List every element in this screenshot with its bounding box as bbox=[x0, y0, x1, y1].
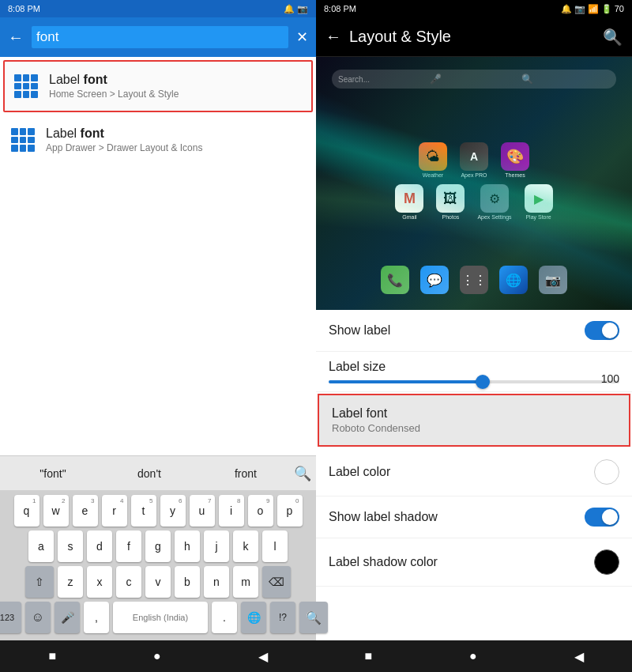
dock-messages: 💬 bbox=[420, 266, 449, 294]
keyboard-search-icon[interactable]: 🔍 bbox=[294, 465, 311, 482]
setting-label-color[interactable]: Label color bbox=[316, 448, 632, 496]
right-status-icons: 🔔 📷 📶 🔋 70 bbox=[561, 4, 624, 14]
key-o[interactable]: o9 bbox=[248, 495, 273, 527]
close-icon[interactable]: ✕ bbox=[296, 28, 308, 46]
search-results: Label font Home Screen > Layout & Style … bbox=[0, 57, 316, 455]
setting-label-font-text: Label font Roboto Condensed bbox=[332, 406, 616, 434]
key-row-4: ?123 ☺ 🎤 , English (India) . 🌐 !? 🔍 bbox=[2, 602, 314, 633]
left-back-button[interactable]: ← bbox=[8, 28, 24, 47]
key-return[interactable]: !? bbox=[270, 602, 295, 633]
setting-show-label-text: Show label bbox=[329, 323, 585, 338]
phone-preview: Search... 🎤 🔍 🌤 Weather A Apex PRO bbox=[316, 57, 632, 310]
label-color-circle[interactable] bbox=[594, 459, 619, 485]
toggle-thumb-show-label bbox=[602, 323, 618, 338]
slider-value: 100 bbox=[601, 372, 619, 385]
key-comma[interactable]: , bbox=[84, 602, 109, 633]
left-search-bar: ← ✕ bbox=[0, 17, 316, 57]
right-status-bar: 8:08 PM 🔔 📷 📶 🔋 70 bbox=[316, 0, 632, 17]
left-bottom-nav: ■ ● ◀ bbox=[0, 640, 316, 672]
setting-show-label-shadow[interactable]: Show label shadow bbox=[316, 496, 632, 538]
label-size-slider[interactable]: 100 bbox=[329, 380, 619, 383]
right-back-button[interactable]: ← bbox=[325, 28, 341, 46]
result-text-2: Label font App Drawer > Drawer Layout & … bbox=[46, 126, 202, 153]
right-search-icon[interactable]: 🔍 bbox=[603, 28, 623, 47]
right-time: 8:08 PM bbox=[324, 4, 356, 13]
right-nav-square[interactable]: ■ bbox=[364, 649, 372, 663]
key-t[interactable]: t5 bbox=[131, 495, 156, 527]
search-result-2[interactable]: Label font App Drawer > Drawer Layout & … bbox=[0, 115, 316, 164]
key-f[interactable]: f bbox=[116, 530, 141, 562]
key-shift[interactable]: ⇧ bbox=[25, 566, 54, 598]
key-s[interactable]: s bbox=[58, 530, 83, 562]
phone-preview-inner: Search... 🎤 🔍 🌤 Weather A Apex PRO bbox=[316, 57, 632, 310]
key-r[interactable]: r4 bbox=[102, 495, 127, 527]
setting-label-size: Label size 100 bbox=[316, 352, 632, 392]
key-g[interactable]: g bbox=[145, 530, 171, 562]
key-row-3: ⇧ z x c v b n m ⌫ bbox=[2, 566, 314, 598]
key-globe[interactable]: 🌐 bbox=[241, 602, 266, 633]
key-m[interactable]: m bbox=[233, 566, 258, 598]
left-nav-square[interactable]: ■ bbox=[48, 649, 56, 663]
key-mic[interactable]: 🎤 bbox=[55, 602, 80, 633]
setting-label-shadow-color-text: Label shadow color bbox=[329, 555, 594, 569]
key-j[interactable]: j bbox=[204, 530, 229, 562]
right-panel: 8:08 PM 🔔 📷 📶 🔋 70 ← Layout & Style 🔍 Se… bbox=[316, 0, 632, 672]
result-subtitle-2: App Drawer > Drawer Layout & Icons bbox=[46, 142, 202, 153]
left-status-bar: 8:08 PM 🔔 📷 bbox=[0, 0, 316, 17]
keyboard-search-button[interactable]: 🔍 bbox=[299, 602, 328, 633]
dock-phone: 📞 bbox=[381, 266, 409, 294]
key-c[interactable]: c bbox=[116, 566, 141, 598]
suggestion-font[interactable]: "font" bbox=[5, 461, 101, 486]
key-q[interactable]: q1 bbox=[14, 495, 40, 527]
suggestion-dont[interactable]: don't bbox=[101, 461, 198, 486]
preview-dock: 📞 💬 ⋮⋮ 🌐 📷 bbox=[316, 266, 632, 294]
search-input[interactable] bbox=[32, 26, 288, 48]
right-nav-triangle[interactable]: ◀ bbox=[574, 649, 584, 664]
right-top-bar: ← Layout & Style 🔍 bbox=[316, 17, 632, 57]
key-l[interactable]: l bbox=[262, 530, 288, 562]
key-x[interactable]: x bbox=[87, 566, 112, 598]
setting-show-label[interactable]: Show label bbox=[316, 310, 632, 352]
key-space[interactable]: English (India) bbox=[113, 602, 208, 633]
key-v[interactable]: v bbox=[145, 566, 171, 598]
key-emoji[interactable]: ☺ bbox=[25, 602, 51, 633]
left-nav-triangle[interactable]: ◀ bbox=[258, 649, 268, 664]
right-bottom-nav: ■ ● ◀ bbox=[316, 640, 632, 672]
dock-app-drawer: ⋮⋮ bbox=[460, 266, 488, 294]
key-i[interactable]: i8 bbox=[219, 495, 244, 527]
key-period[interactable]: . bbox=[212, 602, 237, 633]
slider-thumb[interactable] bbox=[476, 375, 490, 389]
key-d[interactable]: d bbox=[87, 530, 112, 562]
key-u[interactable]: u7 bbox=[190, 495, 215, 527]
label-shadow-color-circle[interactable] bbox=[594, 549, 619, 575]
key-b[interactable]: b bbox=[175, 566, 200, 598]
key-backspace[interactable]: ⌫ bbox=[262, 566, 291, 598]
setting-label-color-text: Label color bbox=[329, 465, 594, 479]
left-time: 8:08 PM bbox=[8, 4, 40, 13]
key-symbols[interactable]: ?123 bbox=[0, 602, 21, 633]
key-k[interactable]: k bbox=[233, 530, 258, 562]
slider-fill bbox=[329, 380, 488, 383]
key-z[interactable]: z bbox=[58, 566, 83, 598]
suggestion-front[interactable]: front bbox=[198, 461, 294, 486]
show-label-shadow-toggle[interactable] bbox=[585, 508, 619, 527]
key-y[interactable]: y6 bbox=[160, 495, 186, 527]
show-label-toggle[interactable] bbox=[585, 321, 619, 340]
key-h[interactable]: h bbox=[175, 530, 200, 562]
right-nav-circle[interactable]: ● bbox=[469, 649, 477, 663]
dock-browser: 🌐 bbox=[499, 266, 528, 294]
key-e[interactable]: e3 bbox=[73, 495, 98, 527]
key-row-2: a s d f g h j k l bbox=[2, 530, 314, 562]
key-n[interactable]: n bbox=[204, 566, 229, 598]
toggle-thumb-shadow bbox=[602, 509, 618, 525]
key-p[interactable]: p0 bbox=[277, 495, 303, 527]
label-size-label: Label size bbox=[329, 360, 619, 374]
key-w[interactable]: w2 bbox=[43, 495, 69, 527]
setting-label-font[interactable]: Label font Roboto Condensed bbox=[318, 394, 630, 447]
search-result-1[interactable]: Label font Home Screen > Layout & Style bbox=[3, 60, 313, 112]
key-a[interactable]: a bbox=[28, 530, 54, 562]
left-status-icons: 🔔 📷 bbox=[284, 4, 308, 14]
setting-label-shadow-color[interactable]: Label shadow color bbox=[316, 538, 632, 587]
left-nav-circle[interactable]: ● bbox=[153, 649, 161, 663]
settings-list: Show label Label size 100 Label font Rob… bbox=[316, 310, 632, 640]
